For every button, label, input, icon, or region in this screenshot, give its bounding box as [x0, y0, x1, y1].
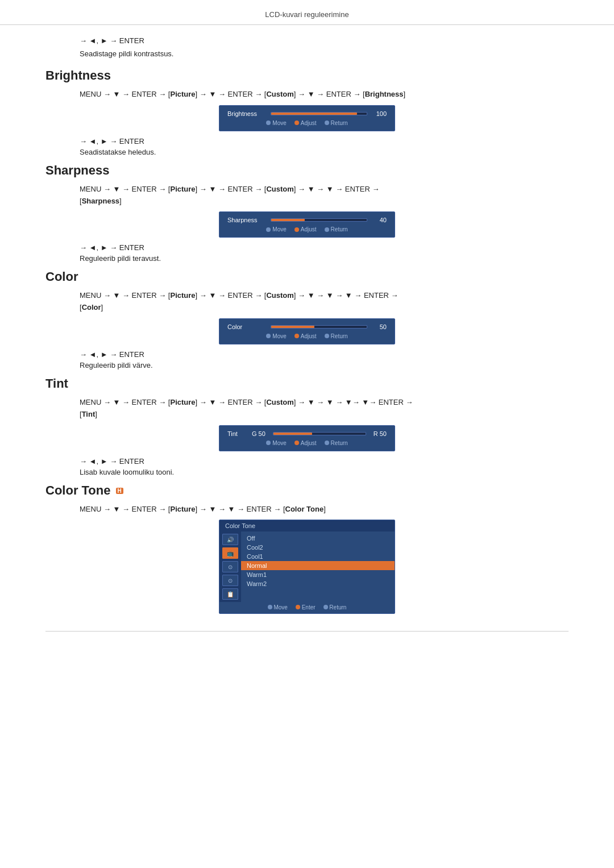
- osd-return-s: Return: [325, 226, 348, 232]
- section-tint: Tint MENU → ▼ → ENTER → [Picture] → ▼ → …: [45, 376, 569, 476]
- tint-osd-footer: Move Adjust Return: [227, 440, 387, 446]
- option-off: Off: [241, 534, 395, 543]
- brightness-nav: → ◄, ► → ENTER: [80, 137, 569, 146]
- adjust-dot: [294, 121, 299, 125]
- osd-move-s: Move: [266, 226, 286, 232]
- page-header: LCD-kuvari reguleerimine: [0, 0, 614, 25]
- ct-enter-dot: [296, 605, 300, 609]
- section-brightness: Brightness MENU → ▼ → ENTER → [Picture] …: [45, 68, 569, 156]
- move-dot-s: [266, 227, 271, 232]
- sharpness-osd-value: 40: [371, 217, 387, 223]
- tint-desc: Lisab kuvale loomuliku tooni.: [80, 468, 569, 476]
- colortone-title: Color Tone H: [45, 483, 569, 498]
- sharpness-osd-label: Sharpness: [227, 217, 267, 223]
- sharpness-slider-fill: [271, 219, 305, 221]
- colortone-body: 🔊 📺 ⊙ ⊙ 📋 Off Cool2 Cool1 Normal Warm1 W…: [219, 531, 395, 602]
- intro-desc: Seadistage pildi kontrastsus.: [80, 49, 569, 58]
- option-warm1: Warm1: [241, 570, 395, 579]
- osd-adjust: Adjust: [294, 120, 317, 126]
- tint-g-label: G 50: [252, 430, 265, 437]
- section-sharpness: Sharpness MENU → ▼ → ENTER → [Picture] →…: [45, 163, 569, 263]
- icon-box-4: ⊙: [222, 575, 238, 586]
- colortone-footer: Move Enter Return: [219, 602, 395, 613]
- tint-slider-fill: [273, 433, 312, 435]
- color-osd-value: 50: [371, 323, 387, 330]
- option-normal[interactable]: Normal: [241, 561, 395, 570]
- sharpness-osd-footer: Move Adjust Return: [227, 226, 387, 232]
- color-nav: → ◄, ► → ENTER: [80, 350, 569, 359]
- sharpness-title: Sharpness: [45, 163, 569, 178]
- color-slider-track: [271, 325, 367, 329]
- ct-move: Move: [268, 604, 288, 610]
- intro-nav-line: → ◄, ► → ENTER: [80, 36, 569, 45]
- brightness-osd-footer: Move Adjust Return: [227, 120, 387, 126]
- colortone-options: Off Cool2 Cool1 Normal Warm1 Warm2: [241, 531, 395, 602]
- osd-move: Move: [266, 120, 286, 126]
- brightness-osd-value: 100: [371, 110, 387, 117]
- colortone-badge: H: [116, 488, 123, 494]
- ct-return-dot: [323, 605, 328, 609]
- return-dot-s: [325, 227, 329, 232]
- tint-osd-label: Tint: [227, 430, 249, 437]
- osd-move-c: Move: [266, 333, 286, 339]
- osd-adjust-s: Adjust: [294, 226, 317, 232]
- option-cool2: Cool2: [241, 543, 395, 552]
- sharpness-slider-track: [271, 218, 367, 222]
- tint-osd: Tint G 50 R 50 Move Adjust Return: [219, 425, 395, 451]
- adjust-dot-t: [294, 441, 299, 445]
- return-dot-t: [325, 441, 329, 445]
- option-cool1: Cool1: [241, 552, 395, 561]
- sharpness-osd: Sharpness 40 Move Adjust Return: [219, 211, 395, 238]
- brightness-desc: Seadistatakse heledus.: [80, 148, 569, 156]
- tint-nav: → ◄, ► → ENTER: [80, 457, 569, 466]
- colortone-menu-path: MENU → ▼ → ENTER → [Picture] → ▼ → ▼ → E…: [80, 504, 569, 516]
- brightness-osd: Brightness 100 Move Adjust Return: [219, 105, 395, 131]
- icon-box-3: ⊙: [222, 561, 238, 572]
- option-warm2: Warm2: [241, 579, 395, 588]
- page-footer-line: [45, 631, 569, 632]
- icon-box-5: 📋: [222, 588, 238, 600]
- color-osd: Color 50 Move Adjust Return: [219, 318, 395, 344]
- ct-move-dot: [268, 605, 272, 609]
- tint-title: Tint: [45, 376, 569, 391]
- tint-r-label: R 50: [374, 430, 387, 437]
- icon-box-1: 🔊: [222, 534, 238, 545]
- osd-move-t: Move: [266, 440, 286, 446]
- move-dot: [266, 121, 271, 125]
- osd-adjust-t: Adjust: [294, 440, 317, 446]
- osd-return-c: Return: [325, 333, 348, 339]
- osd-return: Return: [325, 120, 348, 126]
- colortone-osd-header: Color Tone: [219, 520, 395, 531]
- osd-return-t: Return: [325, 440, 348, 446]
- sharpness-nav: → ◄, ► → ENTER: [80, 243, 569, 252]
- sharpness-menu-path: MENU → ▼ → ENTER → [Picture] → ▼ → ENTER…: [80, 184, 569, 207]
- colortone-osd: Color Tone 🔊 📺 ⊙ ⊙ 📋 Off Cool2 Cool1 Nor…: [219, 520, 395, 614]
- tint-slider-track: [273, 432, 366, 435]
- color-menu-path: MENU → ▼ → ENTER → [Picture] → ▼ → ENTER…: [80, 290, 569, 314]
- brightness-osd-label: Brightness: [227, 110, 267, 117]
- color-osd-footer: Move Adjust Return: [227, 333, 387, 339]
- brightness-slider-track: [271, 112, 367, 115]
- color-title: Color: [45, 269, 569, 284]
- ct-enter: Enter: [296, 604, 316, 610]
- colortone-icons: 🔊 📺 ⊙ ⊙ 📋: [219, 531, 241, 602]
- sharpness-desc: Reguleerib pildi teravust.: [80, 254, 569, 263]
- section-colortone: Color Tone H MENU → ▼ → ENTER → [Picture…: [45, 483, 569, 614]
- page-title: LCD-kuvari reguleerimine: [265, 10, 349, 19]
- adjust-dot-s: [294, 227, 299, 232]
- icon-box-2: 📺: [222, 547, 238, 559]
- brightness-slider-fill: [271, 113, 357, 115]
- osd-adjust-c: Adjust: [294, 333, 317, 339]
- return-dot: [325, 121, 329, 125]
- brightness-menu-path: MENU → ▼ → ENTER → [Picture] → ▼ → ENTER…: [80, 89, 569, 101]
- color-osd-label: Color: [227, 323, 267, 330]
- move-dot-t: [266, 441, 271, 445]
- tint-menu-path: MENU → ▼ → ENTER → [Picture] → ▼ → ENTER…: [80, 397, 569, 421]
- section-color: Color MENU → ▼ → ENTER → [Picture] → ▼ →…: [45, 269, 569, 369]
- ct-return: Return: [323, 604, 347, 610]
- adjust-dot-c: [294, 334, 299, 338]
- brightness-title: Brightness: [45, 68, 569, 83]
- page-content: → ◄, ► → ENTER Seadistage pildi kontrast…: [0, 31, 614, 654]
- return-dot-c: [325, 334, 329, 338]
- color-slider-fill: [271, 326, 314, 328]
